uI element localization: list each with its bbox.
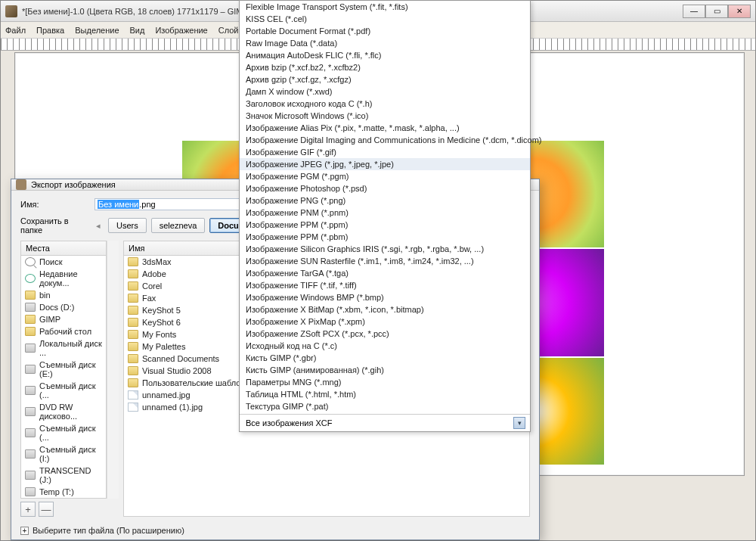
- drive-icon: [25, 386, 36, 395]
- maximize-button[interactable]: ▭: [705, 5, 728, 18]
- gimp-app-icon: [5, 5, 17, 17]
- filetype-dropdown[interactable]: Flexible Image Transport System (*.fit, …: [239, 0, 531, 432]
- format-option[interactable]: Изображение TarGA (*.tga): [240, 267, 530, 279]
- breadcrumb-selezneva[interactable]: selezneva: [151, 218, 206, 233]
- search-icon: [25, 257, 36, 266]
- close-button[interactable]: ✕: [728, 5, 751, 18]
- format-option[interactable]: Изображение JPEG (*.jpg, *.jpeg, *.jpe): [240, 158, 530, 170]
- filetype-dropdown-toggle[interactable]: ▾: [513, 417, 525, 429]
- plus-icon: +: [20, 527, 29, 535]
- format-option[interactable]: Значок Microsoft Windows (*.ico): [240, 110, 530, 122]
- places-item-label: Съемный диск (E:): [39, 360, 102, 378]
- menu-file[interactable]: Файл: [5, 26, 26, 35]
- filename-label: Имя:: [20, 200, 88, 209]
- places-item[interactable]: Docs (D:): [21, 301, 106, 313]
- format-option[interactable]: Изображение PGM (*.pgm): [240, 170, 530, 182]
- places-item[interactable]: Съемный диск (...: [21, 380, 106, 401]
- places-item[interactable]: Съемный диск (I:): [21, 443, 106, 465]
- places-list[interactable]: ПоискНедавние докум...binDocs (D:)GIMPРа…: [20, 256, 107, 499]
- filetype-filter-input[interactable]: [244, 417, 513, 429]
- places-item[interactable]: GIMP: [21, 313, 106, 325]
- format-option[interactable]: Изображение Digital Imaging and Communic…: [240, 134, 530, 146]
- format-option[interactable]: Архив bzip (*.xcf.bz2, *.xcfbz2): [240, 61, 530, 73]
- file-item-label: KeyShot 6: [142, 318, 181, 327]
- minimize-button[interactable]: —: [683, 5, 705, 18]
- places-item[interactable]: Локальный диск ...: [21, 337, 106, 359]
- menu-layer[interactable]: Слой: [218, 26, 239, 35]
- format-option[interactable]: Raw Image Data (*.data): [240, 37, 530, 49]
- format-option[interactable]: Кисть GIMP (*.gbr): [240, 352, 530, 364]
- format-option[interactable]: Изображение TIFF (*.tif, *.tiff): [240, 279, 530, 291]
- places-item[interactable]: Поиск: [21, 256, 106, 268]
- format-option[interactable]: Заголовок исходного кода C (*.h): [240, 98, 530, 110]
- folder-icon: [128, 318, 138, 327]
- format-option[interactable]: Изображение GIF (*.gif): [240, 146, 530, 158]
- format-option[interactable]: Кисть GIMP (анимированная) (*.gih): [240, 364, 530, 376]
- format-option[interactable]: Архив gzip (*.xcf.gz, *.xcfgz): [240, 73, 530, 86]
- places-item[interactable]: DVD RW дисково...: [21, 401, 106, 422]
- places-item-label: Рабочий стол: [39, 327, 91, 336]
- format-option[interactable]: Изображение Windows BMP (*.bmp): [240, 291, 530, 303]
- breadcrumb-users[interactable]: Users: [108, 218, 147, 233]
- menu-edit[interactable]: Правка: [36, 26, 64, 35]
- filetype-expander[interactable]: + Выберите тип файла (По расширению): [20, 523, 530, 538]
- format-option[interactable]: Изображение Photoshop (*.psd): [240, 182, 530, 194]
- format-option[interactable]: Таблица HTML (*.html, *.htm): [240, 388, 530, 400]
- places-item[interactable]: Недавние докум...: [21, 268, 106, 289]
- filename-ext: .png: [139, 200, 155, 209]
- places-header[interactable]: Места: [20, 241, 107, 256]
- places-scrollbar[interactable]: [107, 241, 119, 499]
- remove-place-button[interactable]: —: [39, 502, 54, 517]
- drive-icon: [25, 449, 36, 459]
- folder-icon: [128, 281, 138, 291]
- folder-icon: [25, 327, 36, 336]
- folder-icon: [128, 269, 138, 278]
- drive-icon: [25, 365, 36, 374]
- file-item-label: Scanned Documents: [142, 354, 219, 363]
- file-item-label: 3dsMax: [142, 257, 172, 266]
- places-item[interactable]: Temp (T:): [21, 486, 106, 498]
- folder-icon: [128, 257, 138, 266]
- breadcrumb-back-icon[interactable]: ◂: [93, 221, 104, 231]
- drive-icon: [25, 428, 36, 437]
- add-place-button[interactable]: +: [20, 502, 36, 517]
- format-option[interactable]: Portable Document Format (*.pdf): [240, 25, 530, 37]
- places-item-label: Поиск: [39, 257, 62, 266]
- file-item-label: Fax: [142, 294, 156, 303]
- format-option[interactable]: Дамп X window (*.xwd): [240, 86, 530, 98]
- format-option[interactable]: Анимация AutoDesk FLIC (*.fli, *.flc): [240, 49, 530, 61]
- format-option[interactable]: Параметры MNG (*.mng): [240, 376, 530, 388]
- menu-select[interactable]: Выделение: [75, 26, 119, 35]
- format-option[interactable]: Изображение PPM (*.ppm): [240, 219, 530, 231]
- places-item[interactable]: bin: [21, 289, 106, 301]
- format-option[interactable]: Изображение PPM (*.pbm): [240, 231, 530, 243]
- format-option[interactable]: Изображение X BitMap (*.xbm, *.icon, *.b…: [240, 303, 530, 316]
- places-item-label: Temp (T:): [39, 487, 74, 496]
- places-item[interactable]: Съемный диск (E:): [21, 359, 106, 380]
- file-item-label: Corel: [142, 281, 162, 291]
- format-option[interactable]: Изображение PNM (*.pnm): [240, 207, 530, 219]
- places-item-label: GIMP: [39, 315, 60, 324]
- format-option[interactable]: Изображение PNG (*.png): [240, 194, 530, 207]
- menu-view[interactable]: Вид: [130, 26, 145, 35]
- format-option[interactable]: Изображение ZSoft PCX (*.pcx, *.pcc): [240, 328, 530, 340]
- format-option[interactable]: Изображение X PixMap (*.xpm): [240, 316, 530, 328]
- places-item[interactable]: TRANSCEND (J:): [21, 465, 106, 486]
- dialog-title: Экспорт изображения: [31, 180, 116, 189]
- format-option[interactable]: Изображение Alias Pix (*.pix, *.matte, *…: [240, 122, 530, 134]
- format-option[interactable]: Изображение SUN Rasterfile (*.im1, *.im8…: [240, 255, 530, 267]
- folder-icon: [128, 342, 138, 351]
- places-item[interactable]: Съемный диск (...: [21, 422, 106, 443]
- format-option[interactable]: Flexible Image Transport System (*.fit, …: [240, 1, 530, 13]
- format-option[interactable]: Изображение Silicon Graphics IRIS (*.sgi…: [240, 243, 530, 255]
- places-item[interactable]: Рабочий стол: [21, 325, 106, 337]
- places-item-label: DVD RW дисково...: [39, 403, 102, 421]
- file-item-label: KeyShot 5: [142, 306, 181, 315]
- format-option[interactable]: Текстура GIMP (*.pat): [240, 400, 530, 412]
- file-item-label: My Palettes: [142, 342, 185, 351]
- menu-image[interactable]: Изображение: [155, 26, 207, 35]
- format-option[interactable]: Исходный код на C (*.c): [240, 340, 530, 352]
- format-option[interactable]: KISS CEL (*.cel): [240, 13, 530, 25]
- places-item-label: Docs (D:): [39, 303, 74, 312]
- places-item-label: bin: [39, 291, 51, 300]
